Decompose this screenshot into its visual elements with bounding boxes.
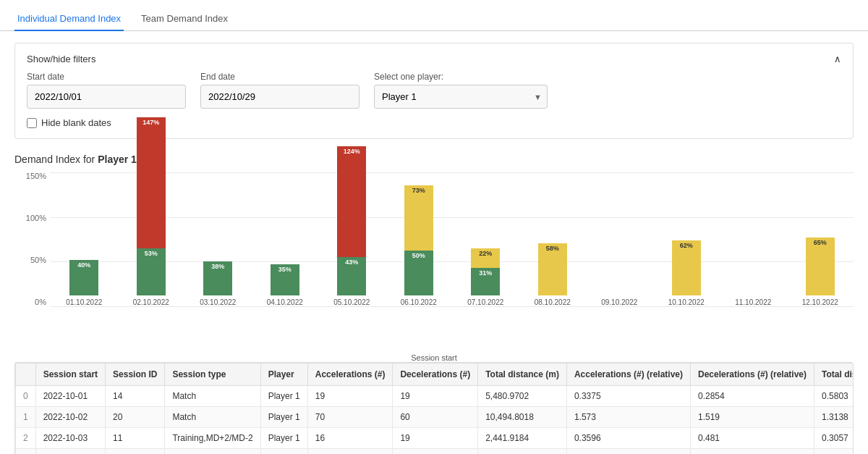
table-cell: Player 1 xyxy=(260,386,307,407)
table-cell: 2,441.9184 xyxy=(478,428,567,449)
table-cell: 2022-10-03 xyxy=(35,428,105,449)
table-cell: 11 xyxy=(106,428,165,449)
filter-title: Show/hide filters xyxy=(27,54,95,64)
table-cell: 0.4550 xyxy=(814,449,854,455)
table-cell: 1.573 xyxy=(566,407,690,428)
table-row: 32022-10-0425Training,MD+2/MD-2Player 14… xyxy=(16,449,854,455)
row-index: 1 xyxy=(16,407,36,428)
start-date-label: Start date xyxy=(27,72,186,82)
bar-group: 22%31%07.10.2022 xyxy=(452,248,519,306)
row-index: 0 xyxy=(16,386,36,407)
bar-red-label: 147% xyxy=(142,119,159,126)
table-row: 12022-10-0220MatchPlayer 1706010,494.801… xyxy=(16,407,854,428)
collapse-icon[interactable]: ∧ xyxy=(834,54,841,64)
end-date-group: End date xyxy=(200,72,359,109)
table-cell: 0.3596 xyxy=(566,428,690,449)
bar-red-label: 124% xyxy=(344,148,360,155)
bar-yellow-label: 58% xyxy=(546,245,559,252)
bar-stack: 124%43% xyxy=(337,146,366,295)
bar-group: 124%43%05.10.2022 xyxy=(318,146,386,306)
table-cell: 70 xyxy=(307,407,393,428)
bar-green-label: 53% xyxy=(145,250,158,257)
start-date-input[interactable] xyxy=(27,85,186,109)
bar-yellow-label: 22% xyxy=(479,250,492,257)
table-cell: Match xyxy=(165,386,260,407)
table-cell: Training,MD+2/MD-2 xyxy=(165,428,260,449)
x-axis-title: Session start xyxy=(14,353,854,362)
y-axis: 150% 100% 50% 0% xyxy=(14,172,51,306)
table-header-cell: Total distance (m) xyxy=(478,363,567,386)
table-cell: Player 1 xyxy=(260,449,307,455)
data-table-container: Session startSession IDSession typePlaye… xyxy=(14,362,854,454)
table-cell: 2022-10-01 xyxy=(35,386,105,407)
table-header-cell: Decelerations (#) xyxy=(393,363,478,386)
player-group: Select one player: Player 1 Player 2 Pla… xyxy=(374,72,548,109)
x-axis-label: 10.10.2022 xyxy=(668,298,705,306)
table-cell: 14 xyxy=(106,386,165,407)
player-label: Select one player: xyxy=(374,72,548,82)
end-date-input[interactable] xyxy=(200,85,359,109)
bar-green-label: 31% xyxy=(479,269,492,277)
bar-group: 73%50%06.10.2022 xyxy=(386,185,453,306)
bar-group: 62%10.10.2022 xyxy=(653,240,720,306)
table-header-cell: Total distance (m) (relative) xyxy=(814,363,854,386)
bar-group: 09.10.2022 xyxy=(586,295,653,306)
x-axis-label: 03.10.2022 xyxy=(200,298,236,306)
table-header-cell: Session start xyxy=(35,363,105,386)
table-cell: 3,148.2357 xyxy=(478,449,567,455)
bar-green-label: 38% xyxy=(211,263,224,270)
bar-group: 35%04.10.2022 xyxy=(252,264,319,306)
x-axis-label: 04.10.2022 xyxy=(267,298,303,306)
x-axis-label: 06.10.2022 xyxy=(401,298,437,306)
bar-yellow-label: 73% xyxy=(412,187,425,194)
table-cell: Training,MD+2/MD-2 xyxy=(165,449,260,455)
table-cell: 2022-10-02 xyxy=(35,407,105,428)
table-header-cell: Accelerations (#) xyxy=(307,363,393,386)
filter-row: Start date End date Select one player: P… xyxy=(27,72,841,109)
bar-yellow-label: 62% xyxy=(680,242,693,249)
x-axis-label: 09.10.2022 xyxy=(601,298,637,306)
bar-group: 58%08.10.2022 xyxy=(519,243,587,306)
table-header-row: Session startSession IDSession typePlaye… xyxy=(16,363,854,386)
table-cell: 0.2854 xyxy=(690,386,814,407)
chart-container: 150% 100% 50% 0% 40%01.10.2022147%53%02.… xyxy=(14,172,854,332)
row-index: 3 xyxy=(16,449,36,455)
bar-green-label: 40% xyxy=(77,261,90,269)
bar-stack: 40% xyxy=(69,260,98,295)
bar-green-label: 50% xyxy=(412,252,425,259)
table-cell: 2022-10-04 xyxy=(35,449,105,455)
table-cell: 0.3375 xyxy=(566,386,690,407)
table-cell: 5,480.9702 xyxy=(478,386,567,407)
player-select[interactable]: Player 1 Player 2 Player 3 xyxy=(374,85,548,109)
table-row: 22022-10-0311Training,MD+2/MD-2Player 11… xyxy=(16,428,854,449)
table-cell: 19 xyxy=(393,428,478,449)
table-cell: 0.91 xyxy=(566,449,690,455)
bar-group: 38%03.10.2022 xyxy=(184,261,252,306)
tab-individual[interactable]: Individual Demand Index xyxy=(14,7,124,31)
table-cell: 0.481 xyxy=(690,428,814,449)
filter-toggle[interactable]: Show/hide filters ∧ xyxy=(27,54,841,64)
x-axis-label: 12.10.2022 xyxy=(802,298,838,306)
table-cell: 44 xyxy=(393,449,478,455)
table-cell: 25 xyxy=(106,449,165,455)
bar-stack: 58% xyxy=(538,243,567,295)
table-header-cell: Session ID xyxy=(106,363,165,386)
table-header-cell: Accelerations (#) (relative) xyxy=(566,363,690,386)
x-axis-label: 07.10.2022 xyxy=(467,298,503,306)
x-axis-label: 02.10.2022 xyxy=(133,298,169,306)
hide-blank-checkbox[interactable] xyxy=(27,118,37,128)
table-cell: 1.519 xyxy=(690,407,814,428)
bar-green-label: 43% xyxy=(345,258,358,266)
tab-team[interactable]: Team Demand Index xyxy=(138,7,231,31)
bar-stack: 22%31% xyxy=(471,248,500,295)
table-header-cell: Session type xyxy=(165,363,260,386)
y-tick-0: 0% xyxy=(35,298,46,306)
bar-group: 147%53%02.10.2022 xyxy=(118,117,185,306)
table-row: 02022-10-0114MatchPlayer 119195,480.9702… xyxy=(16,386,854,407)
table-cell: 60 xyxy=(393,407,478,428)
table-cell: 0.5803 xyxy=(814,386,854,407)
table-cell: 16 xyxy=(307,428,393,449)
x-axis-label: 11.10.2022 xyxy=(735,298,771,306)
table-cell: 41 xyxy=(307,449,393,455)
bar-yellow-label: 65% xyxy=(814,239,827,246)
